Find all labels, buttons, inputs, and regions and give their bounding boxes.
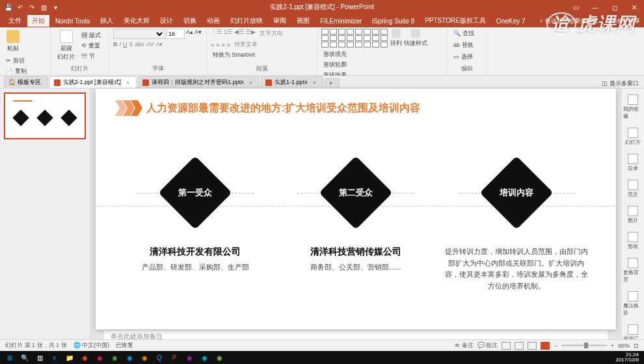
language-button[interactable]: 🌐 中文(中国) — [74, 341, 110, 350]
new-slide-button[interactable]: 新建 幻灯片 — [55, 29, 77, 63]
select-button[interactable]: ▭ 选择 — [451, 52, 475, 62]
comments-button[interactable]: 💬 批注 — [477, 341, 498, 350]
app1-icon[interactable]: ◉ — [77, 352, 92, 363]
user[interactable]: tele帅 — [608, 17, 623, 25]
smartart-button[interactable]: 转换为 SmartArt — [211, 51, 257, 59]
menu-tab-插入[interactable]: 插入 — [96, 15, 118, 27]
edge-icon[interactable]: e — [47, 352, 62, 363]
font-color-button[interactable]: A▾ — [155, 41, 163, 48]
start-button[interactable]: ⊞ — [3, 352, 17, 363]
maximize-icon[interactable]: ◻ — [605, 0, 624, 14]
align-text-button[interactable]: 对齐文本 — [232, 40, 260, 49]
zoom-level[interactable]: 96% — [618, 343, 630, 349]
slideshow-view-button[interactable] — [541, 342, 550, 350]
explorer-icon[interactable]: 📁 — [62, 352, 77, 363]
cut-button[interactable]: ✂ 剪切 — [4, 56, 33, 66]
menu-tab-审阅[interactable]: 审阅 — [269, 15, 291, 27]
italic-button[interactable]: I — [120, 41, 122, 48]
rpanel-形状[interactable]: 形状 — [623, 230, 643, 252]
close-icon[interactable]: ✕ — [624, 0, 644, 14]
app4-icon[interactable]: ◉ — [122, 352, 137, 363]
font-family-select[interactable] — [113, 29, 165, 39]
text-dir-button[interactable]: 文字方向 — [258, 29, 285, 38]
copy-button[interactable]: 📄 复制 — [4, 66, 33, 76]
slide-thumbnail-1[interactable]: 1 — [4, 92, 86, 139]
minimize-icon[interactable]: — — [585, 0, 605, 14]
section-button[interactable]: ▤ 节 — [79, 51, 103, 61]
doc-tab[interactable]: 实践2-1.ppt [兼容模式] × — [49, 76, 137, 88]
underline-button[interactable]: U — [123, 41, 127, 48]
arrange-button[interactable]: 排列 — [390, 29, 402, 48]
font-size-input[interactable] — [167, 29, 185, 39]
menu-tab-FILEminimizer[interactable]: FILEminimizer — [315, 16, 366, 26]
shadow-button[interactable]: abc — [135, 41, 145, 48]
quickstyle-button[interactable]: 快速样式 — [404, 29, 427, 48]
app5-icon[interactable]: ◉ — [137, 352, 152, 363]
doc-tab[interactable]: 课程四：排版规则之对齐密码1.pptx × — [138, 76, 260, 88]
menu-tab-开始[interactable]: 开始 — [27, 15, 49, 27]
task-view[interactable]: ▥ — [33, 352, 47, 363]
grow-font[interactable]: A▴ — [186, 29, 193, 39]
redo-icon[interactable]: ↷ — [27, 3, 36, 12]
doc-tab[interactable]: 🏠 模板专区 — [4, 76, 48, 88]
menu-tab-切换[interactable]: 切换 — [179, 15, 201, 27]
notes-button[interactable]: ≐ 备注 — [455, 341, 474, 350]
qat-more-icon[interactable]: ▾ — [51, 3, 60, 12]
multi-window-button[interactable]: ◫ 显示多窗口 — [602, 79, 639, 88]
app2-icon[interactable]: ◉ — [92, 352, 107, 363]
strike-button[interactable]: S — [129, 41, 133, 48]
undo-icon[interactable]: ↶ — [16, 3, 25, 12]
sorter-view-button[interactable] — [515, 342, 524, 350]
doc-tab[interactable]: 实践1-1.pptx × — [261, 76, 323, 88]
menu-tab-美化大师[interactable]: 美化大师 — [119, 15, 154, 27]
start-icon[interactable]: ▥ — [39, 3, 48, 12]
bold-button[interactable]: B — [113, 41, 118, 48]
find-button[interactable]: 🔍 查找 — [451, 29, 476, 38]
app7-icon[interactable]: ◉ — [182, 352, 196, 363]
app8-icon[interactable]: ◉ — [197, 352, 211, 363]
search-taskbar[interactable]: 🔍 — [18, 352, 32, 363]
bullets[interactable]: ⋮☰ — [211, 29, 222, 38]
shapes-gallery[interactable] — [321, 29, 388, 48]
ribbon-opts-icon[interactable]: ▭ — [566, 0, 585, 14]
numbering[interactable]: 1☰ — [224, 29, 232, 38]
menu-tab-文件[interactable]: 文件 — [4, 15, 26, 27]
menu-tab-视图[interactable]: 视图 — [292, 15, 314, 27]
rpanel-幻灯片[interactable]: 幻灯片 — [623, 126, 643, 148]
app6-icon[interactable]: Q — [152, 352, 167, 363]
shrink-font[interactable]: A▾ — [195, 29, 202, 39]
zoom-in[interactable]: + — [611, 343, 614, 349]
align-l[interactable]: ≡ — [211, 42, 214, 48]
align-r[interactable]: ≡ — [222, 42, 225, 48]
fit-button[interactable]: ⊡ — [634, 343, 639, 349]
layout-button[interactable]: ▦ 版式 — [79, 31, 103, 40]
rpanel-范文[interactable]: 范文 — [623, 178, 643, 200]
clock[interactable]: 21:242017/10/8 — [615, 352, 641, 363]
shape-outline-button[interactable]: 形状轮廓 — [321, 60, 349, 70]
app3-icon[interactable]: ◉ — [107, 352, 122, 363]
replace-button[interactable]: ab 替换 — [451, 40, 476, 50]
normal-view-button[interactable] — [502, 342, 511, 350]
indent-inc[interactable]: ☰▶ — [246, 29, 256, 38]
powerpoint-taskbar-icon[interactable]: P — [167, 352, 181, 363]
paste-button[interactable]: 粘贴 — [4, 29, 22, 54]
menu-tab-PPTSTORE版权工具[interactable]: PPTSTORE版权工具 — [420, 15, 490, 27]
rpanel-更换背景[interactable]: 更换背景 — [623, 256, 643, 285]
menu-tab-OneKey 7[interactable]: OneKey 7 — [492, 16, 530, 26]
shape-fill-button[interactable]: 形状填充 — [321, 49, 349, 59]
justify[interactable]: ≡ — [227, 42, 230, 48]
app9-icon[interactable]: ◉ — [212, 352, 226, 363]
tellme[interactable]: ♀ 告诉我您想要做什么... — [539, 17, 603, 25]
save-icon[interactable]: 💾 — [4, 3, 13, 12]
share-button[interactable]: 共享 — [628, 17, 640, 25]
reset-button[interactable]: ⟲ 重置 — [79, 41, 103, 51]
slide-canvas[interactable]: 人力资源部最需要改进的地方:扩大培训受众范围及培训内容 第一受众清洋科技开发有限… — [96, 89, 616, 329]
rpanel-目录[interactable]: 目录 — [623, 152, 643, 174]
menu-tab-幻灯片放映[interactable]: 幻灯片放映 — [226, 15, 267, 27]
zoom-slider[interactable] — [561, 344, 607, 346]
menu-tab-Nordri Tools[interactable]: Nordri Tools — [51, 16, 94, 26]
rpanel-我的收藏[interactable]: 我的收藏 — [623, 92, 643, 122]
rpanel-图片[interactable]: 图片 — [623, 204, 643, 226]
doc-tab[interactable]: + — [325, 78, 340, 88]
menu-tab-动画[interactable]: 动画 — [202, 15, 224, 27]
